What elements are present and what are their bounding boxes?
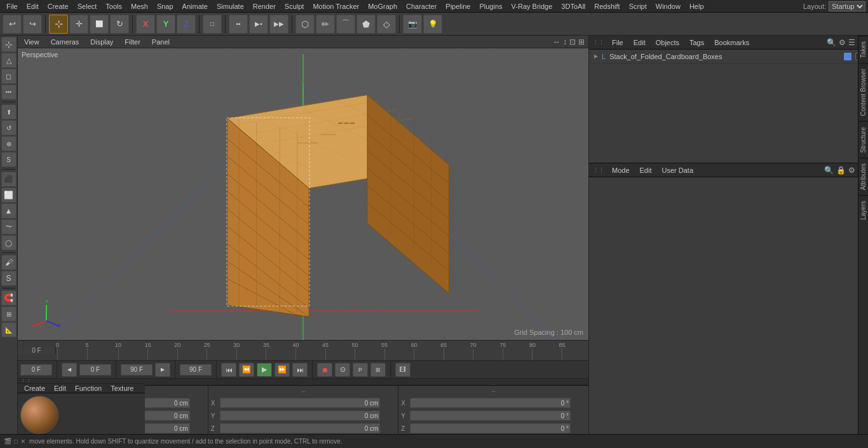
camera-button[interactable]: 📷 <box>403 15 422 34</box>
fc-arrow-right[interactable]: ▶ <box>155 363 170 377</box>
status-close-icon[interactable]: ✕ <box>20 438 25 445</box>
lt-loop[interactable]: ↺ <box>1 120 17 135</box>
tab-attributes[interactable]: Attributes <box>858 158 868 195</box>
menu-vray[interactable]: V-Ray Bridge <box>508 1 557 11</box>
lt-cube[interactable]: ⬛ <box>1 172 17 187</box>
lt-magnet[interactable]: S <box>1 152 17 167</box>
obj-menu-file[interactable]: File <box>609 38 626 47</box>
attr-lock-icon[interactable]: 🔒 <box>836 166 846 175</box>
object-mode-button[interactable]: □ <box>203 15 222 34</box>
tab-structure[interactable]: Structure <box>858 121 868 158</box>
rot-y-input[interactable] <box>410 411 571 421</box>
undo-button[interactable]: ↩ <box>3 15 22 34</box>
menu-animate[interactable]: Animate <box>179 1 212 11</box>
lt-edge[interactable]: ◻ <box>1 69 17 84</box>
preview-end-input[interactable] <box>121 364 153 376</box>
go-start-button[interactable]: ⏮ <box>221 363 236 377</box>
deform-button[interactable]: ⬟ <box>356 15 376 34</box>
pen-button[interactable]: ✏ <box>316 15 335 34</box>
lt-snap[interactable]: 📐 <box>1 322 17 337</box>
menu-motion-tracker[interactable]: Motion Tracker <box>309 1 363 11</box>
tab-layers[interactable]: Layers <box>858 195 868 225</box>
obj-menu-objects[interactable]: Objects <box>653 38 682 47</box>
tab-takes[interactable]: Takes <box>858 36 868 63</box>
loop-button[interactable]: ⊙ <box>335 363 350 377</box>
render-view-button[interactable]: ▶▪ <box>249 15 268 34</box>
mat-menu-edit[interactable]: Edit <box>51 384 69 393</box>
light-button[interactable]: 💡 <box>423 15 442 34</box>
vp-menu-view[interactable]: View <box>22 37 42 46</box>
menu-window[interactable]: Window <box>652 1 684 11</box>
lt-sculpt[interactable]: S <box>1 271 17 286</box>
menu-edit[interactable]: Edit <box>23 1 43 11</box>
obj-gear-icon[interactable]: ⚙ <box>839 38 846 47</box>
obj-menu-edit[interactable]: Edit <box>631 38 648 47</box>
attr-menu-edit[interactable]: Edit <box>637 166 654 175</box>
menu-mograph[interactable]: MoGraph <box>364 1 401 11</box>
menu-simulate[interactable]: Simulate <box>213 1 248 11</box>
lt-nurbs[interactable]: ◯ <box>1 235 17 250</box>
size-x-input[interactable] <box>220 398 381 408</box>
move-tool-button[interactable]: ✛ <box>69 15 88 34</box>
menu-character[interactable]: Character <box>402 1 440 11</box>
vp-icon-2[interactable]: ↕ <box>563 37 567 46</box>
lt-cylinder[interactable]: ⬜ <box>1 187 17 203</box>
render-region-button[interactable]: ▪▪ <box>229 15 248 34</box>
z-axis-button[interactable]: Z <box>177 15 196 34</box>
mat-menu-texture[interactable]: Texture <box>108 384 136 393</box>
timeline-ruler[interactable]: 051015202530354045505560657075808590 <box>56 341 588 361</box>
spline-button[interactable]: ⌒ <box>336 15 355 34</box>
end-frame-input[interactable] <box>180 364 212 376</box>
vp-icon-3[interactable]: ⊡ <box>569 37 576 46</box>
prev-frame-button[interactable]: ⏪ <box>239 363 254 377</box>
lt-grid[interactable]: ⊞ <box>1 306 17 322</box>
menu-pipeline[interactable]: Pipeline <box>442 1 474 11</box>
obj-menu-tags[interactable]: Tags <box>687 38 707 47</box>
tab-content-browser[interactable]: Content Browser <box>858 63 868 121</box>
menu-redshift[interactable]: Redshift <box>590 1 623 11</box>
mat-menu-function[interactable]: Function <box>72 384 104 393</box>
vp-menu-cameras[interactable]: Cameras <box>48 37 82 46</box>
lt-polygon[interactable]: △ <box>1 53 17 68</box>
scale-tool-button[interactable]: ⬜ <box>90 15 109 34</box>
lt-extrude[interactable]: ⬆ <box>1 104 17 119</box>
lt-select[interactable]: ⊹ <box>1 37 17 52</box>
menu-file[interactable]: File <box>3 1 22 11</box>
lt-paint[interactable]: 🖌 <box>1 255 17 270</box>
obj-menu-icon[interactable]: ☰ <box>848 38 855 47</box>
next-frame-button[interactable]: ⏩ <box>275 363 290 377</box>
redo-button[interactable]: ↪ <box>23 15 42 34</box>
menu-snap[interactable]: Snap <box>153 1 177 11</box>
play-button[interactable]: ▶ <box>257 363 272 377</box>
menu-mesh[interactable]: Mesh <box>127 1 152 11</box>
size-z-input[interactable] <box>220 423 381 433</box>
x-axis-button[interactable]: X <box>136 15 155 34</box>
select-tool-button[interactable]: ⊹ <box>49 15 68 34</box>
lt-cone[interactable]: ▲ <box>1 203 17 219</box>
go-end-button[interactable]: ⏭ <box>292 363 308 377</box>
attr-menu-userdata[interactable]: User Data <box>660 166 696 175</box>
viewport-canvas[interactable]: Perspective Grid Spacing : 100 cm Y X Z <box>18 48 588 340</box>
fc-arrow-left[interactable]: ◀ <box>62 363 77 377</box>
menu-help[interactable]: Help <box>686 1 708 11</box>
vp-menu-filter[interactable]: Filter <box>122 37 142 46</box>
lt-knife[interactable]: ⊕ <box>1 136 17 151</box>
menu-script[interactable]: Script <box>625 1 651 11</box>
attr-gear-icon[interactable]: ⚙ <box>848 166 855 175</box>
menu-render[interactable]: Render <box>249 1 280 11</box>
render-button[interactable]: ▶▶ <box>269 15 288 34</box>
menu-plugins[interactable]: Plugins <box>475 1 506 11</box>
vp-menu-display[interactable]: Display <box>88 37 116 46</box>
record-button[interactable]: ⏺ <box>317 363 332 377</box>
lt-spline[interactable]: 〜 <box>1 219 17 234</box>
size-y-input[interactable] <box>220 411 381 421</box>
obj-search-icon[interactable]: 🔍 <box>827 38 836 47</box>
lt-magnet2[interactable]: 🧲 <box>1 290 17 306</box>
rot-x-input[interactable] <box>410 398 571 408</box>
fc-film[interactable]: 🎞 <box>395 363 410 377</box>
lt-point[interactable]: ••• <box>1 85 17 100</box>
fc-extra-1[interactable]: P <box>353 363 368 377</box>
object-item-boxes[interactable]: ▶ L Stack_of_Folded_Cardboard_Boxes <box>589 50 868 64</box>
menu-create[interactable]: Create <box>44 1 72 11</box>
layout-select[interactable]: Startup <box>829 1 865 11</box>
